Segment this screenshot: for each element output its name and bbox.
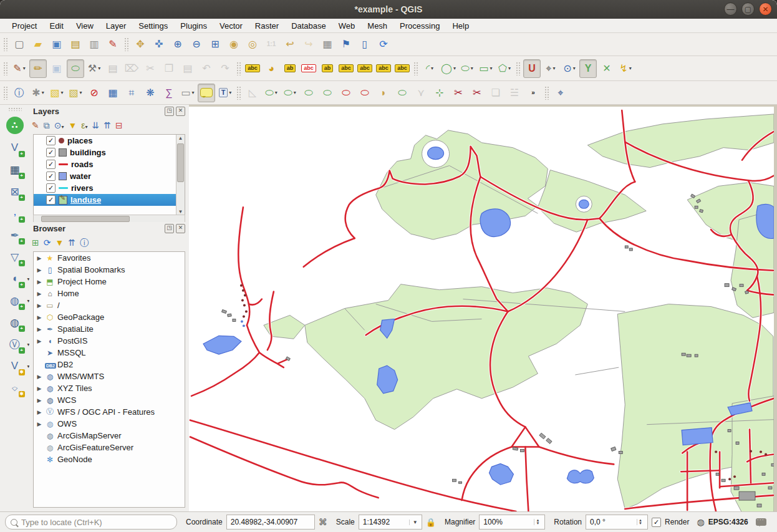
metasearch-icon[interactable]: ⌖: [552, 84, 569, 102]
zoom-to-selection-icon[interactable]: ◉: [225, 35, 243, 54]
statistical-summary-icon[interactable]: ∑: [160, 84, 178, 102]
menu-web[interactable]: Web: [333, 20, 361, 32]
vertex-tool-current-icon[interactable]: Y: [579, 59, 597, 78]
browser-item-db2[interactable]: DB2DB2: [34, 359, 185, 370]
menu-project[interactable]: Project: [6, 20, 42, 32]
pan-to-selection-icon[interactable]: ✜: [150, 35, 168, 54]
browser-item-wcs[interactable]: ▶◍WCS: [34, 394, 185, 406]
expand-arrow-icon[interactable]: ▶: [36, 326, 42, 332]
menu-mesh[interactable]: Mesh: [362, 20, 393, 32]
reshape-features-icon[interactable]: ⋎: [412, 84, 430, 102]
collapse-all-icon[interactable]: ⇈: [104, 121, 111, 130]
expand-arrow-icon[interactable]: ▶: [36, 374, 42, 380]
menu-help[interactable]: Help: [446, 20, 475, 32]
pan-map-icon[interactable]: ✥: [132, 35, 149, 54]
field-calculator-icon[interactable]: ⌗: [123, 84, 140, 102]
show-hide-labels-icon[interactable]: abc: [337, 59, 355, 78]
add-rectangle-icon[interactable]: ▭▾: [477, 59, 495, 78]
expand-arrow-icon[interactable]: ▶: [36, 338, 42, 344]
add-delimited-text-layer-icon[interactable]: ⸴+: [6, 205, 24, 221]
menu-view[interactable]: View: [70, 20, 99, 32]
remove-layer-icon[interactable]: ⊟: [115, 121, 123, 130]
enable-snapping-icon[interactable]: U: [523, 59, 541, 78]
browser-item-postgis[interactable]: ▶◖PostGIS: [34, 335, 185, 347]
layer-visibility-checkbox[interactable]: ✓: [46, 136, 56, 145]
messages-icon[interactable]: [756, 518, 766, 526]
browser-item-project-home[interactable]: ▶⬒Project Home: [34, 276, 185, 288]
browser-item-xyz-tiles[interactable]: ▶◍XYZ Tiles: [34, 382, 185, 394]
layer-row-places[interactable]: ✓places: [34, 135, 185, 147]
expand-arrow-icon[interactable]: ▶: [36, 409, 42, 415]
toolbar-overflow-icon[interactable]: »: [524, 84, 542, 102]
undo-icon[interactable]: ↶: [198, 59, 215, 78]
offset-curve-icon[interactable]: ⬭: [393, 84, 411, 102]
map-canvas[interactable]: [189, 105, 777, 511]
menu-edit[interactable]: Edit: [44, 20, 69, 32]
pin-labels-icon[interactable]: ab: [281, 59, 299, 78]
edit-label-icon[interactable]: abc: [393, 59, 411, 78]
add-selected-layers-icon[interactable]: ⊞: [32, 238, 39, 247]
minimize-button-icon[interactable]: —: [724, 2, 737, 16]
circular-string-icon[interactable]: ◜▾: [421, 59, 438, 78]
layer-row-roads[interactable]: ✓roads: [34, 158, 185, 170]
add-raster-layer-icon[interactable]: ▦+: [6, 162, 24, 178]
show-layout-manager-icon[interactable]: ▥: [85, 35, 103, 54]
close-panel-icon[interactable]: ✕: [176, 224, 185, 233]
expand-arrow-icon[interactable]: ▶: [36, 267, 42, 273]
spinner-icons[interactable]: ▲▼: [637, 519, 644, 525]
add-wcs-layer-icon[interactable]: ◍+: [6, 314, 24, 331]
browser-item-arcgis-feature-server[interactable]: ◍ArcGisFeatureServer: [34, 442, 185, 453]
zoom-last-icon[interactable]: ↩: [281, 35, 299, 54]
add-regular-polygon-icon[interactable]: ⬠▾: [496, 59, 513, 78]
zoom-full-extent-icon[interactable]: ⊞: [206, 35, 224, 54]
new-project-icon[interactable]: ▢: [11, 35, 28, 54]
menu-vector[interactable]: Vector: [214, 20, 248, 32]
scroll-up-icon[interactable]: ▲: [176, 135, 185, 141]
toggle-editing-icon[interactable]: ✏: [29, 59, 47, 78]
topology-view-icon[interactable]: ⊙▾: [561, 59, 578, 78]
render-checkbox[interactable]: ✓: [652, 518, 661, 527]
add-spatialite-layer-icon[interactable]: ✒+: [6, 227, 24, 243]
add-vector-tile-layer-icon[interactable]: V✱▾: [6, 358, 24, 374]
new-map-view-icon[interactable]: ▦: [319, 35, 336, 54]
highlight-pinned-labels-icon[interactable]: abc: [300, 59, 317, 78]
expand-arrow-icon[interactable]: ▶: [36, 314, 42, 321]
layer-visibility-checkbox[interactable]: ✓: [46, 148, 56, 157]
layer-row-buildings[interactable]: ✓buildings: [34, 147, 185, 158]
layer-row-landuse[interactable]: ✓✎landuse: [34, 194, 185, 206]
style-manager-icon[interactable]: ✎: [104, 35, 122, 54]
collapse-all-browser-icon[interactable]: ⇈: [68, 238, 75, 247]
expand-arrow-icon[interactable]: ▶: [36, 302, 42, 309]
open-project-icon[interactable]: ▰: [29, 35, 47, 54]
browser-item-bookmark[interactable]: ▶▯Spatial Bookmarks: [34, 264, 185, 276]
browser-item-home[interactable]: ▶⌂Home: [34, 288, 185, 299]
browser-item-ows[interactable]: ▶◍OWS: [34, 418, 185, 430]
add-wfs-layer-icon[interactable]: Ⓥ+▾: [6, 336, 24, 352]
expand-arrow-icon[interactable]: ▶: [36, 397, 42, 404]
change-label-icon[interactable]: abc: [375, 59, 392, 78]
copy-features-icon[interactable]: ❐: [160, 59, 178, 78]
add-mesh-layer-icon[interactable]: ⊠+: [6, 183, 24, 200]
crs-globe-icon[interactable]: ◍: [697, 517, 704, 527]
open-layer-styling-icon[interactable]: ✎: [32, 121, 39, 130]
select-by-form-icon[interactable]: ▧▾: [67, 84, 84, 102]
zoom-to-layer-icon[interactable]: ◎: [244, 35, 261, 54]
zoom-next-icon[interactable]: ↪: [300, 35, 317, 54]
layer-diagram-icon[interactable]: ◕: [263, 59, 280, 78]
identify-features-icon[interactable]: ⓘ: [11, 84, 28, 102]
set-square-icon[interactable]: ◺: [244, 84, 261, 102]
magnifier-spinbox[interactable]: 100%▲▼: [479, 515, 545, 530]
move-label-icon[interactable]: ab: [319, 59, 336, 78]
layer-row-water[interactable]: ✓water: [34, 170, 185, 182]
add-circle-icon[interactable]: ◯▾: [440, 59, 457, 78]
add-ellipse-icon[interactable]: ⬭▾: [458, 59, 476, 78]
run-feature-action-icon[interactable]: ✱▾: [29, 84, 47, 102]
split-features-2-icon[interactable]: ✂: [468, 84, 486, 102]
refresh-map-icon[interactable]: ⟳: [375, 35, 392, 54]
redo-icon[interactable]: ↷: [216, 59, 234, 78]
save-project-icon[interactable]: ▣: [48, 35, 65, 54]
menu-plugins[interactable]: Plugins: [175, 20, 213, 32]
browser-item-star[interactable]: ▶★Favorites: [34, 252, 185, 264]
browser-item-wms[interactable]: ▶◍WMS/WMTS: [34, 370, 185, 382]
delete-part-icon[interactable]: ⬭: [337, 84, 355, 102]
